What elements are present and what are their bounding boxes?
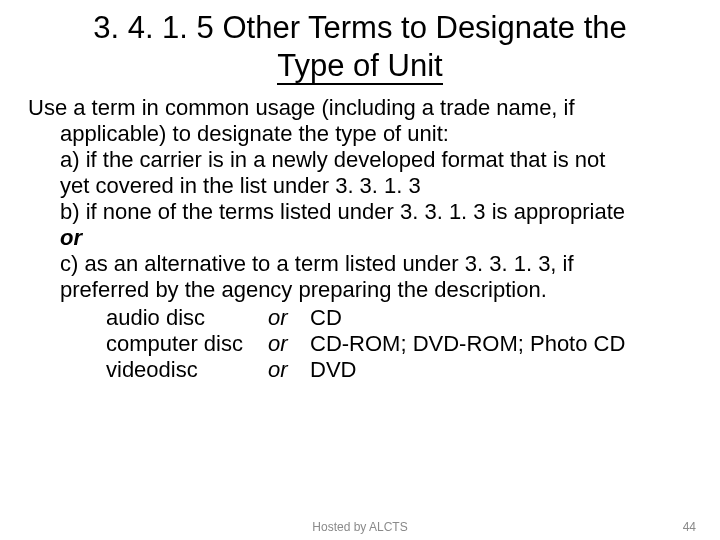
intro-line1: Use a term in common usage (including a … <box>28 95 692 121</box>
clause-c-line2: preferred by the agency preparing the de… <box>28 277 692 303</box>
clause-c-line1: c) as an alternative to a term listed un… <box>28 251 692 277</box>
example-left: computer disc <box>106 331 268 357</box>
example-or: or <box>268 305 310 331</box>
example-row: computer disc or CD-ROM; DVD-ROM; Photo … <box>106 331 692 357</box>
example-right: CD <box>310 305 692 331</box>
intro-line2: applicable) to designate the type of uni… <box>28 121 692 147</box>
title-line2-wrap: Type of Unit <box>0 48 720 88</box>
title-line2: Type of Unit <box>277 48 442 86</box>
example-left: videodisc <box>106 357 268 383</box>
example-right: DVD <box>310 357 692 383</box>
footer-host: Hosted by ALCTS <box>0 520 720 534</box>
example-or: or <box>268 357 310 383</box>
slide: 3. 4. 1. 5 Other Terms to Designate the … <box>0 0 720 540</box>
example-row: videodisc or DVD <box>106 357 692 383</box>
examples-block: audio disc or CD computer disc or CD-ROM… <box>28 305 692 383</box>
title-line1: 3. 4. 1. 5 Other Terms to Designate the <box>0 0 720 48</box>
or-separator: or <box>28 225 692 251</box>
body-text: Use a term in common usage (including a … <box>0 87 720 382</box>
title-block: 3. 4. 1. 5 Other Terms to Designate the … <box>0 0 720 87</box>
example-row: audio disc or CD <box>106 305 692 331</box>
slide-number: 44 <box>683 520 696 534</box>
clause-b: b) if none of the terms listed under 3. … <box>28 199 692 225</box>
example-right: CD-ROM; DVD-ROM; Photo CD <box>310 331 692 357</box>
clause-a-line2: yet covered in the list under 3. 3. 1. 3 <box>28 173 692 199</box>
clause-a-line1: a) if the carrier is in a newly develope… <box>28 147 692 173</box>
example-or: or <box>268 331 310 357</box>
example-left: audio disc <box>106 305 268 331</box>
